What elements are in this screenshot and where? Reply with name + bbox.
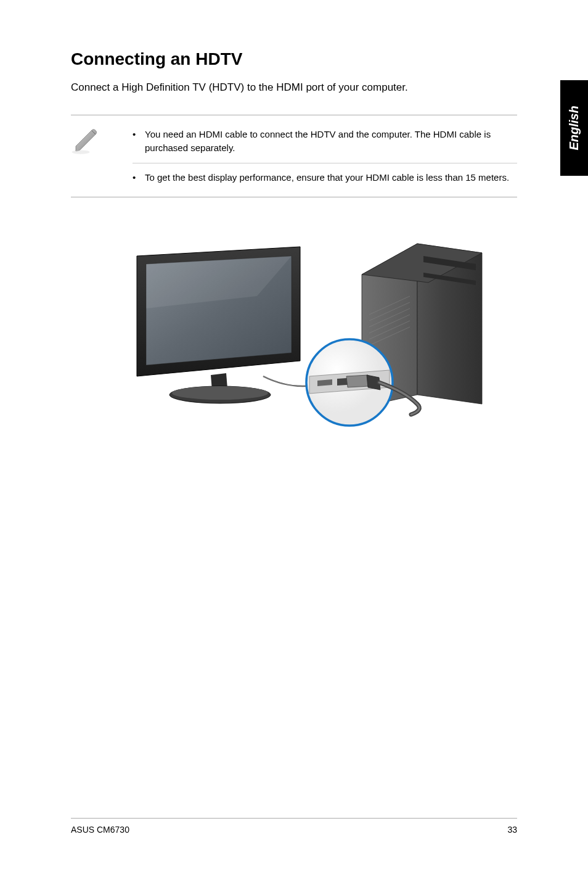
note-text-2: To get the best display performance, ens… (145, 171, 517, 185)
note-text-column: • You need an HDMI cable to connect the … (133, 115, 517, 197)
page-footer: ASUS CM6730 33 (71, 818, 517, 835)
bullet-marker: • (133, 128, 145, 155)
pen-icon (71, 126, 100, 159)
footer-page-number: 33 (507, 825, 517, 835)
page-heading: Connecting an HDTV (71, 49, 517, 69)
note-item-2: • To get the best display performance, e… (133, 167, 517, 189)
language-tab-text: English (567, 105, 581, 150)
note-icon-column (71, 115, 133, 197)
hdtv-connection-illustration (71, 222, 517, 432)
language-tab: English (560, 80, 588, 176)
note-item-1: • You need an HDMI cable to connect the … (133, 124, 517, 163)
bullet-marker: • (133, 171, 145, 185)
footer-model: ASUS CM6730 (71, 825, 129, 835)
intro-paragraph: Connect a High Definition TV (HDTV) to t… (71, 80, 517, 95)
svg-point-0 (72, 150, 90, 154)
svg-point-2 (172, 386, 268, 400)
note-section: • You need an HDMI cable to connect the … (71, 115, 517, 198)
note-text-1: You need an HDMI cable to connect the HD… (145, 128, 517, 155)
